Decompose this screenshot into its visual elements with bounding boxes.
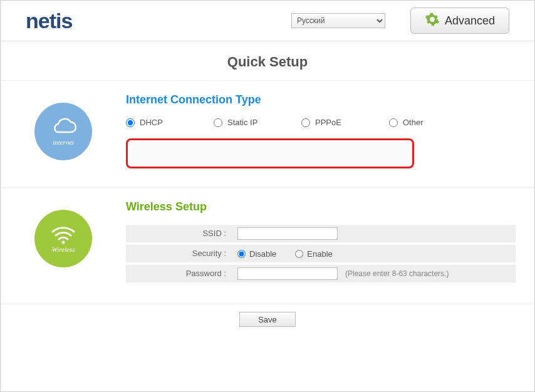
radio-disable-input[interactable] — [237, 250, 246, 258]
footer: Save — [1, 304, 534, 334]
password-label: Password : — [126, 265, 232, 282]
ssid-input[interactable] — [237, 227, 338, 240]
page-title: Quick Setup — [1, 54, 534, 70]
password-input[interactable] — [237, 267, 338, 280]
gear-icon — [425, 12, 440, 30]
ssid-label: SSID : — [126, 225, 232, 242]
radio-security-disable[interactable]: Disable — [237, 249, 276, 259]
internet-section: internet Internet Connection Type DHCP S… — [1, 80, 534, 187]
radio-security-enable[interactable]: Enable — [295, 249, 332, 259]
radio-other[interactable]: Other — [389, 118, 477, 127]
logo: netis — [26, 9, 72, 33]
wireless-icon: Wireless — [34, 210, 92, 267]
svg-point-0 — [62, 241, 65, 244]
radio-dhcp[interactable]: DHCP — [126, 118, 214, 127]
radio-pppoe-input[interactable] — [301, 118, 310, 127]
highlighted-area — [126, 138, 414, 168]
radio-other-input[interactable] — [389, 118, 398, 127]
page-title-bar: Quick Setup — [1, 41, 534, 80]
radio-static-input[interactable] — [214, 118, 222, 127]
logo-text: netis — [26, 9, 72, 33]
advanced-label: Advanced — [445, 14, 495, 28]
internet-section-title: Internet Connection Type — [126, 93, 516, 106]
radio-pppoe[interactable]: PPPoE — [301, 118, 389, 127]
header: netis Русский Advanced — [1, 1, 534, 41]
wireless-icon-caption: Wireless — [52, 245, 75, 253]
wireless-section-title: Wireless Setup — [126, 200, 516, 214]
wireless-section: Wireless Wireless Setup SSID : Security … — [1, 187, 534, 304]
language-select[interactable]: Русский — [291, 13, 385, 28]
internet-icon-caption: internet — [53, 138, 74, 146]
advanced-button[interactable]: Advanced — [410, 8, 509, 34]
radio-enable-input[interactable] — [295, 250, 303, 258]
save-button[interactable]: Save — [239, 312, 296, 327]
radio-dhcp-input[interactable] — [126, 118, 135, 127]
internet-icon: internet — [34, 103, 92, 160]
password-hint: (Please enter 8-63 characters.) — [345, 269, 449, 278]
security-label: Security : — [126, 245, 232, 262]
radio-static-ip[interactable]: Static IP — [214, 118, 301, 127]
connection-type-radios: DHCP Static IP PPPoE Other — [126, 118, 516, 127]
